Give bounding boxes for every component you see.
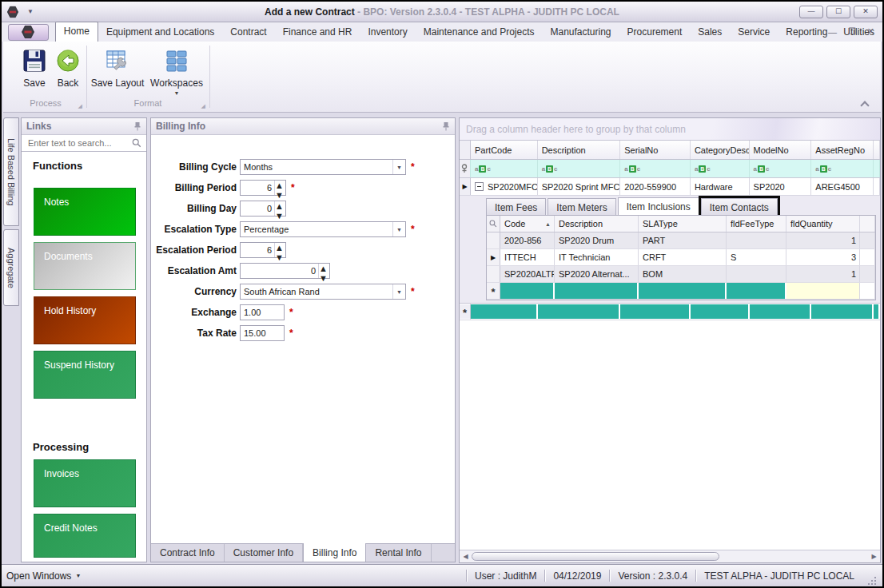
data-cell-modelno[interactable]: SP2020 <box>750 178 812 195</box>
detail-cell[interactable]: S <box>727 249 786 265</box>
spinner-buttons[interactable]: ▲▼ <box>274 201 285 216</box>
links-button-documents[interactable]: Documents <box>34 242 136 290</box>
quick-access-caret-icon[interactable]: ▼ <box>27 8 34 15</box>
column-header-partcode[interactable]: PartCode <box>471 141 538 159</box>
field-escalation-type-dropdown[interactable]: Percentage▼ <box>240 221 406 237</box>
field-billing-period-spinner[interactable]: 6▲▼ <box>240 180 286 196</box>
filter-cell-partcode[interactable]: aBc <box>471 160 538 177</box>
links-button-notes[interactable]: Notes <box>34 188 136 236</box>
spin-down-icon[interactable]: ▼ <box>275 252 285 262</box>
field-billing-cycle-dropdown[interactable]: Months▼ <box>240 159 406 175</box>
maximize-button[interactable]: ☐ <box>826 6 850 18</box>
spin-up-icon[interactable]: ▲ <box>275 181 285 190</box>
scroll-right-icon[interactable]: ▶ <box>868 553 880 560</box>
column-header-modelno[interactable]: ModelNo <box>750 141 812 159</box>
ribbon-tab-service[interactable]: Service <box>730 23 778 42</box>
spin-down-icon[interactable]: ▼ <box>275 190 285 200</box>
scroll-left-icon[interactable]: ◀ <box>460 553 472 560</box>
outer-new-cell[interactable] <box>620 304 691 320</box>
scrollbar-thumb[interactable] <box>472 552 719 561</box>
bottom-tab-customer-info[interactable]: Customer Info <box>225 544 303 562</box>
filter-cell-description[interactable]: aBc <box>538 160 621 177</box>
grid-data-row[interactable]: ▶SP2020MFCSP2020 Sprint MFC2020-559900Ha… <box>460 178 880 196</box>
outer-new-cell[interactable] <box>538 304 621 320</box>
minimize-button[interactable]: — <box>799 6 823 18</box>
spin-up-icon[interactable]: ▲ <box>275 243 285 252</box>
ribbon-collapse-chevron-icon[interactable] <box>861 100 868 107</box>
detail-column-header-fldfeetype[interactable]: fldFeeType <box>727 216 786 232</box>
billing-pin-icon[interactable] <box>442 121 450 131</box>
side-tab-life-based-billing[interactable]: Life Based Billing <box>3 117 19 226</box>
horizontal-scrollbar[interactable]: ◀ ▶ <box>460 550 880 562</box>
data-cell-categorydesc[interactable]: Hardware <box>691 178 750 195</box>
detail-cell[interactable]: SP2020 Drum <box>555 232 639 248</box>
filter-cell-serialno[interactable]: aBc <box>620 160 691 177</box>
mdi-minimize-icon[interactable]: — <box>828 27 837 37</box>
outer-new-cell[interactable] <box>750 304 812 320</box>
field-exchange-input[interactable]: 1.00 <box>240 304 285 320</box>
field-billing-day-spinner[interactable]: 0▲▼ <box>240 201 286 217</box>
detail-new-cell[interactable] <box>555 283 639 299</box>
back-button[interactable]: Back <box>43 46 93 89</box>
ribbon-tab-reporting[interactable]: Reporting <box>778 23 835 42</box>
ribbon-tab-finance-and-hr[interactable]: Finance and HR <box>275 23 360 42</box>
spinner-buttons[interactable]: ▲▼ <box>274 243 285 257</box>
ribbon-tab-maintenance-and-projects[interactable]: Maintenance and Projects <box>416 23 543 42</box>
detail-cell[interactable]: BOM <box>639 266 727 282</box>
filter-cell-modelno[interactable]: aBc <box>750 160 812 177</box>
outer-new-cell[interactable] <box>691 304 750 320</box>
close-button[interactable]: ✕ <box>854 6 878 18</box>
ribbon-tab-home[interactable]: Home <box>55 22 98 42</box>
detail-new-item-row[interactable]: * <box>487 283 875 300</box>
links-button-invoices[interactable]: Invoices <box>34 459 136 507</box>
ribbon-tab-manufacturing[interactable]: Manufacturing <box>543 23 619 42</box>
spin-up-icon[interactable]: ▲ <box>275 201 285 211</box>
outer-new-cell[interactable] <box>471 304 538 320</box>
detail-column-header-code[interactable]: Code▲ <box>500 216 555 232</box>
data-cell-partcode[interactable]: SP2020MFC <box>471 178 538 195</box>
detail-row[interactable]: ▶ITTECHIT TechnicianCRFTS3 <box>487 249 875 266</box>
data-cell-serialno[interactable]: 2020-559900 <box>620 178 691 195</box>
field-tax-rate-input[interactable]: 15.00 <box>240 325 285 341</box>
process-dialog-launcher-icon[interactable]: ◢ <box>78 103 82 109</box>
detail-new-cell[interactable] <box>639 283 727 299</box>
filter-cell-assetregno[interactable]: aBc <box>811 160 874 177</box>
links-button-suspend-history[interactable]: Suspend History <box>34 351 136 399</box>
detail-column-header-slatype[interactable]: SLAType <box>639 216 727 232</box>
detail-cell[interactable] <box>727 266 786 282</box>
mdi-close-icon[interactable]: ✕ <box>867 26 874 37</box>
spinner-buttons[interactable]: ▲▼ <box>318 264 329 278</box>
column-header-categorydesc[interactable]: CategoryDesc <box>691 141 750 159</box>
filter-cell-categorydesc[interactable]: aBc <box>691 160 750 177</box>
detail-cell[interactable]: CRFT <box>639 249 727 265</box>
detail-row[interactable]: SP2020ALTPLSP2020 Alternat...BOM1 <box>487 266 875 283</box>
detail-column-header-fldquantity[interactable]: fldQuantity <box>786 216 860 232</box>
mdi-restore-icon[interactable]: ❐ <box>848 26 856 37</box>
save-layout-button[interactable]: Save Layout <box>90 46 145 89</box>
spinner-buttons[interactable]: ▲▼ <box>274 181 285 195</box>
open-windows-button[interactable]: Open Windows▼ <box>6 570 81 582</box>
format-dialog-launcher-icon[interactable]: ◢ <box>201 103 205 109</box>
bottom-tab-contract-info[interactable]: Contract Info <box>151 544 225 562</box>
outer-new-cell[interactable] <box>874 304 880 320</box>
links-search-input[interactable] <box>26 137 132 149</box>
field-escalation-amt-spinner[interactable]: 0▲▼ <box>240 263 330 279</box>
links-button-credit-notes[interactable]: Credit Notes <box>34 514 136 558</box>
detail-cell[interactable]: IT Technician <box>555 249 639 265</box>
ribbon-tab-equipment-and-locations[interactable]: Equipment and Locations <box>98 23 222 42</box>
grid-search-icon[interactable] <box>487 216 500 232</box>
side-tab-aggregate[interactable]: Aggregate <box>3 229 19 306</box>
column-header-description[interactable]: Description <box>538 141 621 159</box>
detail-new-cell[interactable] <box>727 283 786 299</box>
collapse-detail-icon[interactable] <box>475 182 484 191</box>
outer-new-cell[interactable] <box>811 304 874 320</box>
field-escalation-period-spinner[interactable]: 6▲▼ <box>240 242 286 258</box>
detail-cell[interactable]: 1 <box>786 232 860 248</box>
column-header-assetregno[interactable]: AssetRegNo <box>811 141 874 159</box>
detail-cell[interactable]: PART <box>639 232 727 248</box>
grid-new-item-row[interactable]: * <box>460 304 880 320</box>
detail-new-cell[interactable] <box>786 283 860 299</box>
dropdown-arrow-icon[interactable]: ▼ <box>392 284 405 299</box>
detail-new-cell[interactable] <box>500 283 555 299</box>
detail-cell[interactable]: 3 <box>786 249 860 265</box>
